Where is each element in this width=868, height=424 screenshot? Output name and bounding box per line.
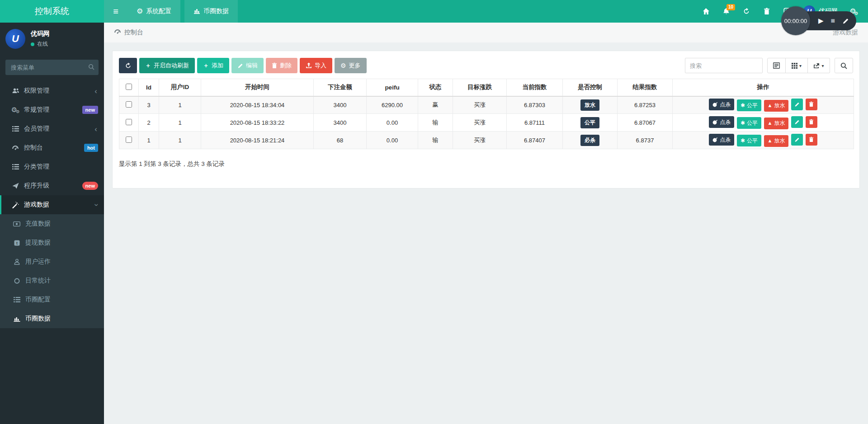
sidebar-subitem-withdraw-data[interactable]: t 提现数据: [0, 233, 104, 252]
tab-coin-data[interactable]: 币圈数据: [184, 0, 238, 23]
stop-button[interactable]: ■: [831, 17, 835, 25]
table-row: 3 1 2020-08-15 18:34:04 3400 6290.00 赢 买…: [119, 96, 854, 114]
sidebar-subitem-coin-config[interactable]: 币圈配置: [0, 290, 104, 309]
notification-count-badge: 10: [726, 4, 735, 10]
edit-row-button[interactable]: [791, 116, 803, 128]
sidebar-item-upgrade[interactable]: 程序升级 new: [0, 176, 104, 195]
row-checkbox[interactable]: [126, 101, 132, 108]
sidebar-item-permissions[interactable]: 权限管理 ‹: [0, 81, 104, 100]
magic-wand-icon: [10, 202, 21, 208]
dashboard-icon: [10, 145, 21, 151]
sidebar-toggle-button[interactable]: ≡: [104, 0, 127, 23]
add-button[interactable]: ＋添加: [197, 58, 229, 73]
data-panel: ＋开启自动刷新 ＋添加 编辑 删除 导入 ⚙更多 ▾ ▾: [112, 51, 860, 188]
import-button[interactable]: 导入: [300, 58, 332, 73]
more-button[interactable]: ⚙更多: [335, 58, 367, 73]
delete-row-button[interactable]: [806, 134, 817, 146]
table-row: 2 1 2020-08-15 18:33:22 3400 0.00 输 买涨 6…: [119, 114, 854, 132]
sidebar-item-general[interactable]: ⚙⚙ 常规管理 new: [0, 100, 104, 119]
sidebar-item-members[interactable]: 会员管理 ‹: [0, 119, 104, 138]
dashboard-icon: [114, 29, 121, 36]
col-header: 操作: [673, 79, 854, 96]
sidebar-subitem-daily-stats[interactable]: 日常统计: [0, 271, 104, 290]
bar-chart-icon: [11, 316, 22, 322]
sidebar-item-categories[interactable]: 分类管理: [0, 157, 104, 176]
table-row: 1 1 2020-08-15 18:21:24 68 0.00 输 买涨 6.8…: [119, 132, 854, 149]
notifications-bell-icon[interactable]: 10: [722, 7, 730, 15]
record-summary: 显示第 1 到第 3 条记录，总共 3 条记录: [119, 160, 853, 168]
edit-row-button[interactable]: [791, 134, 803, 146]
detail-view-button[interactable]: [767, 58, 786, 73]
columns-button[interactable]: ▾: [786, 58, 808, 73]
cogs-icon: ⚙⚙: [10, 106, 21, 114]
trash-icon[interactable]: [763, 7, 771, 15]
app-title: 控制系统: [0, 0, 104, 23]
edit-timer-button[interactable]: [842, 18, 849, 24]
new-badge: new: [82, 106, 98, 114]
timer-widget: ▶ ■ 00:00:00: [781, 5, 856, 37]
circle-icon: [11, 278, 22, 284]
money-bill-icon: [11, 221, 22, 226]
hot-badge: hot: [84, 144, 98, 152]
menu-search-input[interactable]: [5, 60, 99, 75]
fair-button[interactable]: ✱公平: [737, 117, 761, 129]
control-badge: 公平: [580, 117, 599, 128]
tab-label: 系统配置: [146, 7, 171, 15]
col-header: 目标涨跌: [453, 79, 507, 96]
refresh-button[interactable]: [119, 58, 137, 73]
edit-button[interactable]: 编辑: [231, 58, 264, 73]
edit-row-button[interactable]: [791, 99, 803, 110]
breadcrumb: 控制台 游戏数据: [104, 23, 868, 42]
col-header: peifu: [367, 79, 418, 96]
sidebar-item-console[interactable]: 控制台 hot: [0, 138, 104, 157]
row-checkbox[interactable]: [126, 119, 132, 125]
sidebar-subitem-coin-data[interactable]: 币圈数据: [0, 309, 104, 328]
timer-display: 00:00:00: [781, 6, 810, 35]
fair-button[interactable]: ✱公平: [737, 99, 761, 111]
refresh-icon[interactable]: [742, 7, 750, 15]
delete-button[interactable]: 删除: [266, 58, 297, 73]
online-status-dot: [31, 42, 34, 46]
release-button[interactable]: ▲放水: [764, 135, 789, 147]
fair-button[interactable]: ✱公平: [737, 135, 761, 146]
users-icon: [10, 88, 21, 94]
search-submit-button[interactable]: [835, 58, 853, 73]
col-header: 状态: [418, 79, 453, 96]
profile-name: 优码网: [31, 30, 50, 38]
sidebar-subitem-recharge-data[interactable]: 充值数据: [0, 214, 104, 233]
col-header: 是否控制: [563, 79, 618, 96]
sidebar-subitem-user-operation[interactable]: 用户运作: [0, 252, 104, 271]
delete-row-button[interactable]: [806, 116, 817, 128]
tab-system-config[interactable]: ⚙ 系统配置: [127, 0, 180, 23]
kill-button[interactable]: 点杀: [709, 134, 734, 146]
release-button[interactable]: ▲放水: [764, 100, 789, 112]
kill-button[interactable]: 点杀: [709, 116, 734, 128]
user-outline-icon: [11, 259, 22, 265]
svg-text:t: t: [16, 240, 18, 245]
chevron-left-icon: ‹: [94, 125, 97, 133]
release-button[interactable]: ▲放水: [764, 118, 789, 129]
sidebar-item-game-data[interactable]: 游戏数据 ‹: [0, 195, 104, 214]
auto-refresh-button[interactable]: ＋开启自动刷新: [139, 58, 195, 73]
row-checkbox[interactable]: [126, 137, 132, 143]
delete-row-button[interactable]: [806, 99, 817, 110]
gear-icon: ⚙: [137, 8, 143, 15]
sidebar: U 优码网 在线 权限管理 ‹ ⚙⚙ 常规管理 new 会员管理 ‹ 控制台 h…: [0, 23, 104, 424]
select-all-checkbox[interactable]: [126, 84, 132, 90]
kill-button[interactable]: 点杀: [709, 99, 734, 110]
list-icon: [10, 126, 21, 132]
data-table: Id 用户ID 开始时间 下注金额 peifu 状态 目标涨跌 当前指数 是否控…: [119, 79, 854, 149]
site-logo: U: [5, 29, 25, 49]
play-button[interactable]: ▶: [818, 17, 824, 25]
chevron-down-icon: ‹: [92, 203, 100, 206]
home-icon[interactable]: [702, 7, 710, 15]
table-search-input[interactable]: [685, 58, 763, 73]
col-header: 下注金额: [314, 79, 367, 96]
export-button[interactable]: ▾: [808, 58, 830, 73]
control-badge: 放水: [580, 99, 599, 111]
chevron-left-icon: ‹: [94, 87, 97, 95]
col-header: 开始时间: [201, 79, 314, 96]
online-status-label: 在线: [37, 40, 48, 48]
list-icon: [11, 297, 22, 302]
rocket-icon: [10, 183, 21, 189]
